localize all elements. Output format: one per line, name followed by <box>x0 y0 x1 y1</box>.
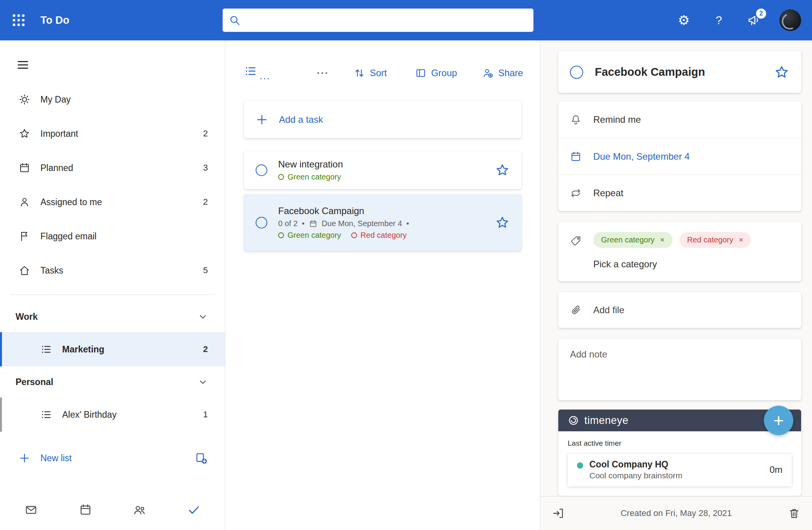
question-mark-icon: ? <box>716 14 722 26</box>
waffle-grid-icon <box>11 13 26 28</box>
calendar-app-icon[interactable] <box>79 503 92 516</box>
mail-icon[interactable] <box>24 503 38 516</box>
task-progress: 0 of 2 <box>278 219 298 228</box>
created-date-label: Created on Fri, May 28, 2021 <box>565 508 788 518</box>
add-task-label: Add a task <box>279 114 323 125</box>
sidebar-item-my-day[interactable]: My Day <box>0 82 225 117</box>
add-file-button[interactable]: Add file <box>558 292 801 328</box>
whats-new-button[interactable]: 2 <box>744 11 763 30</box>
timer-project-name: Cool Company HQ <box>589 459 682 470</box>
task-list-panel: ... ⋯ Sort Group Share <box>225 40 540 530</box>
category-label: Red category <box>361 231 407 240</box>
group-icon <box>415 67 427 79</box>
task-complete-circle[interactable] <box>256 164 267 176</box>
app-launcher-button[interactable] <box>9 10 29 30</box>
sidebar-toggle-button[interactable] <box>16 56 37 74</box>
task-complete-circle[interactable] <box>570 66 583 79</box>
sidebar-item-label: Important <box>40 129 78 139</box>
remove-category-icon[interactable]: × <box>660 235 665 244</box>
pill-label: Red category <box>687 235 734 244</box>
group-header-personal[interactable]: Personal <box>0 366 225 398</box>
hide-detail-panel-button[interactable] <box>552 507 565 520</box>
reminder-group-card: Remind me Due Mon, September 4 Repeat <box>558 101 801 211</box>
green-category-pill[interactable]: Green category × <box>593 232 673 248</box>
due-date-button[interactable]: Due Mon, September 4 <box>558 138 801 174</box>
task-row-facebook-campaign[interactable]: Facebook Campaign 0 of 2 • Due Mon, Sept… <box>244 194 521 251</box>
notification-badge: 2 <box>756 9 766 19</box>
sidebar-item-tasks[interactable]: Tasks 5 <box>0 253 225 288</box>
home-icon <box>19 265 30 276</box>
plus-icon <box>256 113 268 126</box>
people-icon[interactable] <box>133 503 146 516</box>
timer-entry-text: Cool Company HQ Cool company brainstorm <box>589 459 682 480</box>
category-label: Green category <box>288 173 341 181</box>
delete-task-button[interactable] <box>788 507 800 520</box>
search-input[interactable] <box>246 9 527 32</box>
list-options-button[interactable]: ⋯ <box>316 69 329 77</box>
pick-category-button[interactable]: Pick a category <box>593 259 751 270</box>
task-categories: Green category Red category <box>278 231 484 240</box>
group-button[interactable]: Group <box>415 67 457 79</box>
sidebar-item-marketing[interactable]: Marketing 2 <box>0 332 225 366</box>
add-task-field[interactable]: Add a task <box>244 101 521 138</box>
new-list-button[interactable]: New list <box>0 442 225 474</box>
help-button[interactable]: ? <box>709 11 728 30</box>
timeneye-body: Last active timer Cool Company HQ Cool c… <box>558 431 801 496</box>
note-field[interactable]: Add note <box>558 339 801 400</box>
person-icon <box>19 196 30 208</box>
remove-category-icon[interactable]: × <box>739 235 744 244</box>
sidebar-app-switcher <box>0 490 225 530</box>
task-body: New integration Green category <box>278 159 484 181</box>
share-button[interactable]: Share <box>482 67 523 79</box>
item-count: 2 <box>203 129 208 139</box>
create-group-icon[interactable] <box>195 452 208 465</box>
task-meta: 0 of 2 • Due Mon, September 4 • <box>278 219 484 228</box>
sidebar-item-flagged-email[interactable]: Flagged email <box>0 219 225 253</box>
group-label: Personal <box>16 377 53 387</box>
bell-icon <box>570 114 582 126</box>
star-icon[interactable] <box>495 163 510 178</box>
star-icon[interactable] <box>495 215 510 230</box>
detail-content: Facebook Campaign Remind me Due Mon, Sep… <box>540 40 812 496</box>
todo-app-window: To Do ⚙ ? 2 My Day <box>0 0 812 530</box>
sort-button[interactable]: Sort <box>354 67 387 79</box>
sidebar-item-planned[interactable]: Planned 3 <box>0 151 225 185</box>
settings-button[interactable]: ⚙ <box>674 11 693 30</box>
category-content: Green category × Red category × Pick a c… <box>593 232 751 270</box>
start-timer-button[interactable]: + <box>764 406 793 435</box>
red-category-pill[interactable]: Red category × <box>680 232 751 248</box>
sidebar-divider <box>10 295 215 295</box>
timeneye-brand: timeneye <box>584 415 629 427</box>
project-color-dot <box>577 462 583 469</box>
list-icon <box>40 409 52 420</box>
sidebar-item-label: Assigned to me <box>40 197 102 207</box>
repeat-button[interactable]: Repeat <box>558 174 801 211</box>
timeneye-logo-icon <box>568 415 579 426</box>
sidebar-item-assigned-to-me[interactable]: Assigned to me 2 <box>0 185 225 219</box>
account-avatar[interactable] <box>779 9 801 31</box>
item-count: 5 <box>203 265 208 275</box>
top-app-bar: To Do ⚙ ? 2 <box>0 0 812 40</box>
task-categories: Green category <box>278 173 484 181</box>
last-active-timer-label: Last active timer <box>568 439 792 448</box>
timer-entry-card[interactable]: Cool Company HQ Cool company brainstorm … <box>568 454 792 486</box>
detail-task-title[interactable]: Facebook Campaign <box>595 66 762 78</box>
todo-check-icon[interactable] <box>187 503 200 516</box>
task-complete-circle[interactable] <box>256 217 267 228</box>
group-label: Work <box>16 312 38 322</box>
meta-separator: • <box>302 219 305 228</box>
detail-footer: Created on Fri, May 28, 2021 <box>540 496 812 530</box>
timeneye-widget: timeneye + Last active timer Cool Compan… <box>558 410 801 496</box>
sidebar-item-important[interactable]: Important 2 <box>0 117 225 151</box>
group-header-work[interactable]: Work <box>0 301 225 332</box>
remind-me-button[interactable]: Remind me <box>558 101 801 138</box>
multi-select-button[interactable]: ... <box>244 65 270 82</box>
repeat-icon <box>570 187 582 199</box>
add-file-label: Add file <box>593 305 624 316</box>
star-icon[interactable] <box>774 65 789 80</box>
search-box[interactable] <box>223 9 533 32</box>
sidebar-item-alex-birthday[interactable]: Alex' Birthday 1 <box>0 398 225 432</box>
search-icon <box>229 14 240 26</box>
task-row-new-integration[interactable]: New integration Green category <box>244 151 521 189</box>
list-label: Alex' Birthday <box>62 410 117 420</box>
